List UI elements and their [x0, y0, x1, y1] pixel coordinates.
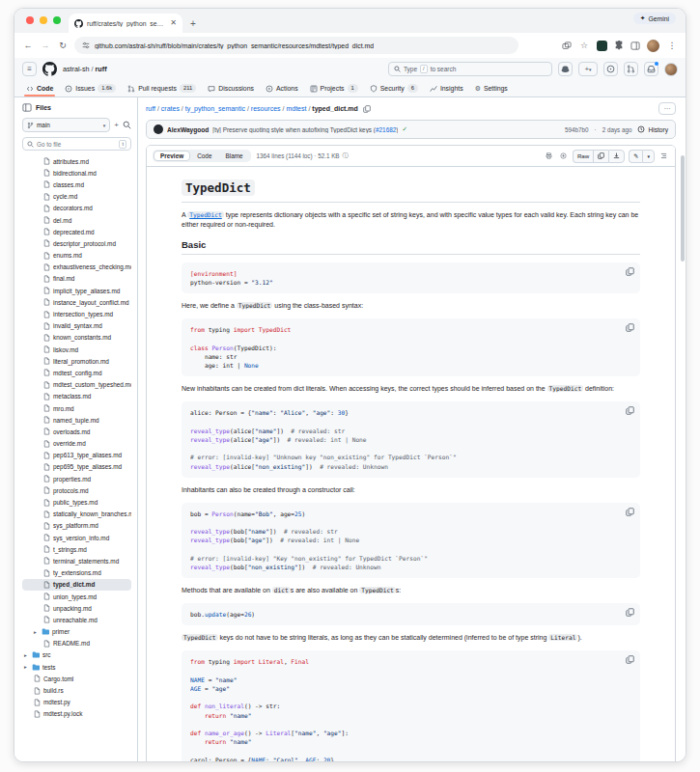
browser-profile-avatar[interactable] — [647, 40, 659, 52]
commit-status-check-icon[interactable]: ✓ — [402, 125, 406, 133]
inbox-button[interactable] — [644, 62, 658, 76]
nav-tab-discussions[interactable]: Discussions — [202, 80, 260, 96]
commit-author[interactable]: AlexWaygood — [167, 126, 209, 133]
tree-file-statically_known_branches.md[interactable]: statically_known_branches.md — [22, 509, 131, 520]
tree-file-instance_layout_conflict.md[interactable]: instance_layout_conflict.md — [22, 296, 131, 308]
gemini-button[interactable]: ✦ Gemini — [633, 13, 676, 24]
tree-file-unpacking.md[interactable]: unpacking.md — [22, 602, 131, 614]
nav-tab-settings[interactable]: ⚙Settings — [469, 80, 514, 96]
download-raw-button[interactable] — [608, 150, 625, 163]
tree-file-Cargo.toml[interactable]: Cargo.toml — [22, 673, 131, 684]
tree-file-decorators.md[interactable]: decorators.md — [22, 203, 131, 214]
info-icon[interactable]: ⓘ — [343, 152, 349, 160]
tab-preview[interactable]: Preview — [154, 151, 190, 161]
tree-file-deprecated.md[interactable]: deprecated.md — [22, 226, 131, 237]
nav-tab-security[interactable]: Security6 — [364, 80, 424, 96]
back-button[interactable]: ← — [22, 41, 34, 50]
breadcrumb-link-resources[interactable]: resources — [251, 105, 281, 112]
edit-file-button[interactable]: ✎ — [629, 150, 642, 163]
tree-file-liskov.md[interactable]: liskov.md — [22, 344, 131, 355]
tree-file-README.md[interactable]: README.md — [22, 638, 131, 649]
tree-file-descriptor_protocol.md[interactable]: descriptor_protocol.md — [22, 237, 131, 249]
branch-selector[interactable]: main ▾ — [22, 118, 110, 132]
new-file-button[interactable]: + — [114, 121, 119, 129]
tree-file-overloads.md[interactable]: overloads.md — [22, 426, 131, 437]
collapse-sidebar-icon[interactable] — [22, 103, 32, 112]
tree-file-sys_version_info.md[interactable]: sys_version_info.md — [22, 532, 131, 543]
tree-file-public_types.md[interactable]: public_types.md — [22, 496, 131, 508]
copy-code-button[interactable] — [626, 608, 634, 617]
tree-file-final.md[interactable]: final.md — [22, 273, 131, 285]
tree-file-intersection_types.md[interactable]: intersection_types.md — [22, 308, 131, 319]
tree-file-named_tuple.md[interactable]: named_tuple.md — [22, 414, 131, 426]
share-icon[interactable] — [562, 41, 572, 50]
tree-file-properties.md[interactable]: properties.md — [22, 473, 131, 484]
tree-folder-tests[interactable]: ▸tests — [22, 661, 131, 673]
github-search-input[interactable]: Type / to search — [388, 62, 552, 76]
copy-raw-button[interactable] — [593, 150, 608, 163]
forward-button[interactable]: → — [40, 41, 51, 50]
history-button[interactable]: History — [637, 125, 668, 133]
copy-path-icon[interactable] — [363, 105, 371, 113]
tree-file-typed_dict.md[interactable]: typed_dict.md — [22, 579, 131, 591]
github-logo-icon[interactable] — [42, 62, 57, 76]
nav-tab-code[interactable]: Code — [20, 80, 59, 96]
inline-code-link[interactable]: TypedDict — [187, 211, 224, 218]
tree-file-sys_platform.md[interactable]: sys_platform.md — [22, 520, 131, 532]
nav-tab-projects[interactable]: Projects1 — [304, 80, 364, 96]
nav-tab-insights[interactable]: Insights — [424, 80, 469, 96]
github-profile-avatar[interactable] — [664, 63, 678, 76]
tree-file-pep695_type_aliases.md[interactable]: pep695_type_aliases.md — [22, 461, 131, 473]
copilot-button[interactable] — [558, 62, 573, 76]
more-options-button[interactable]: ⋯ — [658, 102, 676, 115]
tree-file-del.md[interactable]: del.md — [22, 214, 131, 226]
tree-file-protocols.md[interactable]: protocols.md — [22, 484, 131, 496]
edit-dropdown-button[interactable]: ▾ — [642, 150, 655, 163]
issues-dashboard-button[interactable] — [603, 62, 618, 76]
copy-code-button[interactable] — [626, 323, 634, 332]
site-settings-icon[interactable] — [82, 41, 90, 49]
copy-code-button[interactable] — [626, 267, 634, 276]
copy-code-button[interactable] — [626, 655, 634, 664]
tree-file-mdtest.py.lock[interactable]: mdtest.py.lock — [22, 708, 131, 720]
search-files-button[interactable] — [123, 121, 131, 129]
extensions-puzzle-icon[interactable] — [614, 41, 624, 50]
create-new-button[interactable]: +▾ — [578, 62, 598, 76]
reload-button[interactable]: ↻ — [57, 41, 69, 50]
tree-folder-src[interactable]: ▸src — [22, 649, 131, 661]
tree-file-metaclass.md[interactable]: metaclass.md — [22, 391, 131, 402]
go-to-file-input[interactable]: Go to file t — [22, 137, 131, 151]
commit-hash[interactable]: 594b7b0 — [565, 126, 589, 133]
tree-file-bidirectional.md[interactable]: bidirectional.md — [22, 167, 131, 179]
raw-button[interactable]: Raw — [573, 150, 593, 163]
nav-tab-pull-requests[interactable]: Pull requests211 — [122, 80, 202, 96]
page-scrollbar[interactable] — [681, 155, 685, 262]
tree-file-ty_extensions.md[interactable]: ty_extensions.md — [22, 567, 131, 579]
tree-file-mdtest_custom_typeshed.md[interactable]: mdtest_custom_typeshed.md — [22, 379, 131, 391]
minimize-window-button[interactable] — [40, 16, 47, 24]
hamburger-menu-button[interactable]: ≡ — [22, 62, 37, 76]
browser-tab[interactable]: ruff/crates/ty_python_sema... ✕ — [69, 14, 182, 33]
tree-file-literal_promotion.md[interactable]: literal_promotion.md — [22, 355, 131, 367]
tree-file-attributes.md[interactable]: attributes.md — [22, 155, 131, 167]
maximize-window-button[interactable] — [53, 16, 61, 24]
breadcrumb-link-ruff[interactable]: ruff — [146, 105, 155, 112]
extension-icon[interactable] — [597, 41, 607, 51]
outline-icon[interactable] — [658, 151, 669, 161]
breadcrumb-link-mdtest[interactable]: mdtest — [286, 105, 306, 112]
tree-file-union_types.md[interactable]: union_types.md — [22, 591, 131, 602]
tab-code[interactable]: Code — [190, 151, 218, 161]
side-panel-icon[interactable] — [630, 41, 640, 50]
repo-link[interactable]: ruff — [96, 65, 107, 73]
browser-menu-icon[interactable]: ⋮ — [666, 41, 678, 50]
tree-file-mdtest_config.md[interactable]: mdtest_config.md — [22, 367, 131, 378]
org-link[interactable]: astral-sh — [63, 65, 90, 73]
tree-file-cycle.md[interactable]: cycle.md — [22, 191, 131, 203]
close-window-button[interactable] — [26, 16, 34, 24]
commit-message[interactable]: [ty] Preserve quoting style when autofix… — [212, 126, 398, 133]
tab-blame[interactable]: Blame — [218, 151, 249, 161]
tree-file-enums.md[interactable]: enums.md — [22, 250, 131, 262]
tree-file-exhaustiveness_checking.md[interactable]: exhaustiveness_checking.md — [22, 262, 131, 273]
tree-folder-primer[interactable]: ▸primer — [22, 626, 131, 638]
tree-file-terminal_statements.md[interactable]: terminal_statements.md — [22, 555, 131, 566]
